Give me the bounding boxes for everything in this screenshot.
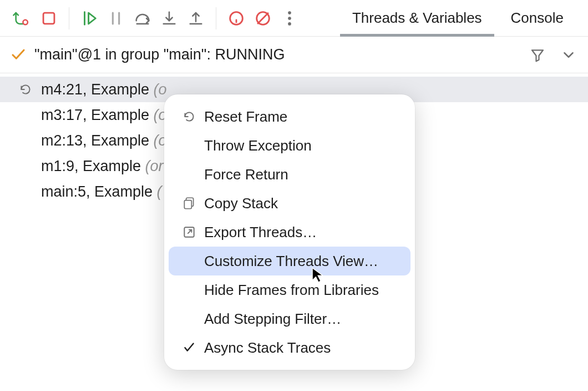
- frame-text: m4:21, Example (o: [41, 81, 167, 98]
- check-icon: [181, 339, 197, 356]
- menu-export-threads[interactable]: Export Threads…: [169, 218, 410, 247]
- menu-label: Copy Stack: [204, 195, 278, 212]
- menu-label: Add Stepping Filter…: [204, 310, 341, 328]
- reset-frame-icon[interactable]: [17, 82, 34, 97]
- svg-point-8: [288, 11, 291, 14]
- svg-line-7: [257, 13, 268, 24]
- pause-button[interactable]: [104, 6, 128, 31]
- rerun-button[interactable]: [10, 6, 34, 31]
- frame-text: m1:9, Example (or: [41, 158, 164, 175]
- separator: [216, 7, 216, 29]
- step-out-button[interactable]: [184, 6, 208, 31]
- svg-rect-12: [184, 200, 191, 209]
- menu-customize-threads-view[interactable]: Customize Threads View…: [169, 247, 410, 275]
- menu-label: Async Stack Traces: [204, 339, 331, 357]
- frame-text: m2:13, Example (o: [41, 132, 167, 149]
- menu-label: Hide Frames from Libraries: [204, 282, 379, 299]
- tab-threads-variables[interactable]: Threads & Variables: [338, 0, 496, 36]
- frame-text: m3:17, Example (o: [41, 107, 167, 124]
- tab-console[interactable]: Console: [496, 0, 578, 36]
- filter-icon[interactable]: [529, 47, 546, 63]
- svg-point-9: [288, 17, 291, 20]
- tab-label: Console: [511, 9, 564, 27]
- menu-copy-stack[interactable]: Copy Stack: [169, 189, 410, 218]
- context-menu: Reset Frame Throw Exception Force Return…: [164, 94, 415, 370]
- svg-rect-1: [43, 13, 54, 24]
- debug-toolbar: Threads & Variables Console: [0, 0, 588, 37]
- export-icon: [181, 224, 197, 240]
- menu-hide-frames[interactable]: Hide Frames from Libraries: [169, 275, 410, 304]
- menu-throw-exception[interactable]: Throw Exception: [169, 131, 410, 160]
- tab-label: Threads & Variables: [352, 9, 482, 27]
- menu-label: Force Return: [204, 166, 288, 183]
- step-into-button[interactable]: [157, 6, 181, 31]
- menu-async-stack-traces[interactable]: Async Stack Traces: [169, 333, 410, 362]
- step-over-button[interactable]: [130, 6, 155, 31]
- copy-icon: [181, 195, 197, 212]
- tabs: Threads & Variables Console: [338, 0, 578, 36]
- svg-point-10: [288, 22, 291, 26]
- separator: [69, 7, 69, 29]
- menu-label: Reset Frame: [204, 108, 287, 126]
- thread-status-text: "main"@1 in group "main": RUNNING: [34, 46, 285, 63]
- frame-text: main:5, Example (: [41, 183, 162, 200]
- menu-label: Customize Threads View…: [204, 253, 378, 270]
- undo-icon: [181, 108, 197, 125]
- chevron-down-icon[interactable]: [560, 47, 577, 63]
- thread-status-bar: "main"@1 in group "main": RUNNING: [0, 37, 588, 73]
- menu-add-stepping-filter[interactable]: Add Stepping Filter…: [169, 304, 410, 333]
- more-button[interactable]: [277, 6, 302, 31]
- menu-label: Export Threads…: [204, 224, 317, 241]
- mute-breakpoints-button[interactable]: [251, 6, 275, 31]
- stop-button[interactable]: [37, 6, 61, 31]
- view-breakpoints-button[interactable]: [224, 6, 249, 31]
- svg-point-0: [23, 19, 28, 24]
- resume-button[interactable]: [77, 6, 102, 31]
- check-icon: [10, 47, 27, 63]
- menu-force-return[interactable]: Force Return: [169, 160, 410, 189]
- menu-reset-frame[interactable]: Reset Frame: [169, 102, 410, 131]
- menu-label: Throw Exception: [204, 137, 312, 154]
